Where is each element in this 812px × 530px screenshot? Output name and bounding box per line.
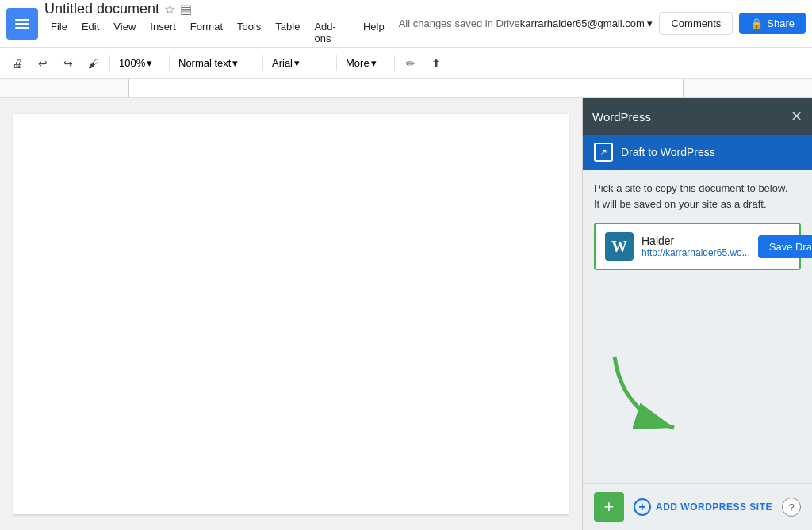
wp-description: Pick a site to copy this document to bel…	[594, 181, 801, 212]
wp-blue-bar: ↗ Draft to WordPress	[583, 135, 812, 170]
menu-tools[interactable]: Tools	[231, 19, 267, 46]
ruler	[0, 79, 812, 98]
top-bar: Untitled document ☆ ▤ File Edit View Ins…	[0, 0, 812, 48]
font-chevron: ▾	[294, 57, 300, 69]
undo-button[interactable]: ↩	[32, 52, 54, 74]
wp-panel-title: WordPress	[592, 110, 651, 124]
toolbar-divider-2	[169, 55, 170, 71]
wp-site-card: W Haider http://karrarhaider65.wo... Sav…	[594, 223, 801, 270]
menu-edit[interactable]: Edit	[75, 19, 105, 46]
save-draft-button[interactable]: Save Draft	[758, 235, 812, 258]
document-page[interactable]	[13, 114, 569, 514]
zoom-select[interactable]: 100% ▾	[115, 52, 164, 74]
wp-site-info: Haider http://karrarhaider65.wo...	[642, 234, 750, 258]
zoom-chevron: ▾	[147, 57, 152, 69]
menu-file[interactable]: File	[44, 19, 74, 46]
wp-draft-title: Draft to WordPress	[621, 146, 715, 158]
toolbar: 🖨 ↩ ↪ 🖌 100% ▾ Normal text ▾ Arial ▾ Mor…	[0, 48, 812, 79]
top-right-area: karrarhaider65@gmail.com ▾ Comments 🔒 Sh…	[520, 12, 806, 35]
more-chevron: ▾	[371, 57, 377, 69]
print-button[interactable]: 🖨	[6, 52, 29, 74]
comments-button[interactable]: Comments	[659, 12, 733, 35]
doc-title-row: Untitled document ☆ ▤	[44, 1, 391, 17]
wp-panel-header: WordPress ✕	[583, 98, 812, 135]
collapse-toolbar-button[interactable]: ⬆	[425, 52, 447, 74]
doc-title-area: Untitled document ☆ ▤ File Edit View Ins…	[44, 1, 391, 46]
more-dropdown[interactable]: More ▾	[342, 52, 389, 74]
toolbar-divider-4	[336, 55, 337, 71]
menu-help[interactable]: Help	[357, 19, 391, 46]
paint-format-button[interactable]: 🖌	[82, 52, 105, 74]
save-status: All changes saved in Drive	[399, 17, 520, 29]
share-button[interactable]: 🔒 Share	[739, 13, 806, 34]
font-value: Arial	[272, 57, 293, 69]
menu-table[interactable]: Table	[269, 19, 306, 46]
style-value: Normal text	[178, 57, 231, 69]
wp-help-button[interactable]: ?	[782, 498, 801, 517]
lock-icon: 🔒	[750, 17, 763, 29]
wordpress-panel: WordPress ✕ ↗ Draft to WordPress Pick a …	[582, 98, 812, 530]
wp-close-button[interactable]: ✕	[791, 109, 802, 124]
wp-site-logo: W	[605, 232, 634, 261]
wp-draft-icon: ↗	[594, 143, 613, 162]
wp-panel-spacer	[583, 337, 812, 483]
ruler-inner	[128, 79, 684, 97]
share-label: Share	[767, 17, 795, 29]
style-select[interactable]: Normal text ▾	[174, 52, 258, 74]
more-value: More	[346, 57, 370, 69]
add-site-icon-plus: +	[604, 498, 615, 516]
wp-panel-body: Pick a site to copy this document to bel…	[583, 170, 812, 337]
add-site-label[interactable]: ADD WORDPRESS SITE	[656, 501, 772, 513]
app-icon	[6, 8, 38, 40]
user-email[interactable]: karrarhaider65@gmail.com ▾	[520, 17, 653, 29]
menu-bar: File Edit View Insert Format Tools Table…	[44, 19, 391, 46]
folder-icon[interactable]: ▤	[180, 2, 192, 17]
wp-site-url: http://karrarhaider65.wo...	[642, 247, 750, 258]
toolbar-divider-5	[394, 55, 395, 71]
draft-icon-symbol: ↗	[599, 147, 607, 158]
font-select[interactable]: Arial ▾	[268, 52, 331, 74]
wp-site-name: Haider	[642, 234, 750, 247]
style-chevron: ▾	[232, 57, 238, 69]
menu-format[interactable]: Format	[184, 19, 229, 46]
star-icon[interactable]: ☆	[164, 2, 175, 17]
add-site-circle: +	[634, 498, 651, 516]
main-area: WordPress ✕ ↗ Draft to WordPress Pick a …	[0, 98, 812, 530]
add-site-circle-symbol: +	[638, 500, 645, 514]
toolbar-divider-1	[109, 55, 110, 71]
app-icon-lines	[15, 19, 29, 29]
add-site-icon-box: +	[594, 492, 624, 522]
wp-panel-footer: + + ADD WORDPRESS SITE ?	[583, 483, 812, 530]
redo-button[interactable]: ↪	[57, 52, 79, 74]
document-title[interactable]: Untitled document	[44, 1, 159, 17]
green-arrow-annotation	[607, 349, 702, 444]
pen-button[interactable]: ✏	[400, 52, 422, 74]
wp-description-line1: Pick a site to copy this document to bel…	[594, 182, 787, 194]
menu-addons[interactable]: Add-ons	[308, 19, 354, 46]
add-site-area[interactable]: + + ADD WORDPRESS SITE	[594, 492, 772, 522]
doc-canvas-wrapper[interactable]	[0, 98, 582, 530]
toolbar-divider-3	[262, 55, 263, 71]
menu-view[interactable]: View	[107, 19, 142, 46]
menu-insert[interactable]: Insert	[144, 19, 182, 46]
zoom-value: 100%	[119, 57, 145, 69]
wp-description-line2: It will be saved on your site as a draft…	[594, 198, 767, 210]
wp-logo-w-symbol: W	[611, 238, 627, 256]
